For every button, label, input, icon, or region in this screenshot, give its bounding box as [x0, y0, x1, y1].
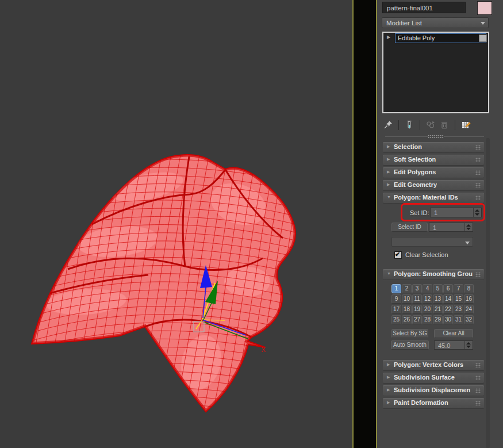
rollout-subdivision-surface[interactable]: Subdivision Surface: [383, 373, 484, 383]
expand-arrow-icon: [387, 157, 390, 162]
smoothing-group-button-12[interactable]: 12: [423, 294, 432, 304]
smoothing-group-button-16[interactable]: 16: [464, 294, 474, 304]
viewport-panel-divider: [352, 0, 377, 448]
gizmo-x-axis-label: X: [262, 346, 266, 353]
viewport[interactable]: X: [0, 0, 352, 448]
pin-stack-icon[interactable]: [383, 120, 393, 130]
smoothing-group-button-25[interactable]: 25: [391, 315, 401, 324]
set-id-label: Set ID:: [410, 209, 429, 216]
rollout-edit-polygons[interactable]: Edit Polygons: [383, 167, 484, 178]
chevron-down-icon: [465, 242, 470, 244]
select-id-spinner[interactable]: 1: [429, 223, 473, 232]
smoothing-group-button-17[interactable]: 17: [391, 305, 401, 314]
smoothing-group-button-6[interactable]: 6: [443, 284, 453, 293]
grip-icon[interactable]: [475, 388, 481, 393]
smoothing-group-button-23[interactable]: 23: [454, 305, 463, 314]
spinner-arrows-icon[interactable]: [464, 341, 473, 349]
smoothing-group-button-5[interactable]: 5: [433, 284, 443, 293]
set-id-highlight-annotation: Set ID: 1: [401, 203, 485, 221]
object-name-field[interactable]: pattern-final001: [382, 2, 466, 13]
spinner-arrows-icon[interactable]: [464, 223, 473, 231]
chevron-down-icon: [481, 22, 485, 25]
smoothing-group-button-8[interactable]: 8: [464, 284, 474, 293]
smoothing-group-button-27[interactable]: 27: [412, 315, 422, 324]
smoothing-group-button-30[interactable]: 30: [443, 315, 453, 324]
material-name-dropdown[interactable]: [391, 237, 473, 247]
command-panel: pattern-final001 Modifier List Editable …: [377, 0, 503, 448]
select-id-value[interactable]: 1: [433, 224, 436, 232]
set-id-value[interactable]: 1: [434, 209, 437, 217]
expand-arrow-icon: [387, 388, 390, 392]
grip-icon[interactable]: [475, 376, 481, 380]
configure-modifier-sets-icon[interactable]: [460, 120, 471, 130]
grip-icon[interactable]: [475, 145, 481, 150]
smoothing-group-button-28[interactable]: 28: [423, 315, 432, 324]
smoothing-group-button-26[interactable]: 26: [402, 315, 412, 324]
expand-arrow-icon[interactable]: [387, 35, 390, 40]
smoothing-group-button-15[interactable]: 15: [454, 294, 463, 304]
smoothing-group-button-10[interactable]: 10: [402, 294, 412, 304]
grip-icon[interactable]: [475, 401, 481, 405]
expand-arrow-icon: [387, 375, 390, 380]
rollout-edit-geometry[interactable]: Edit Geometry: [383, 180, 484, 190]
rollout-soft-selection[interactable]: Soft Selection: [383, 155, 484, 165]
select-id-button[interactable]: Select ID: [391, 223, 428, 232]
rollout-paint-deformation[interactable]: Paint Deformation: [383, 398, 484, 408]
rollout-subdivision-displacement[interactable]: Subdivision Displacemen: [383, 385, 484, 396]
smoothing-group-button-2[interactable]: 2: [402, 284, 412, 293]
rollout-polygon-vertex-colors[interactable]: Polygon: Vertex Colors: [383, 360, 484, 370]
modifier-visibility-icon[interactable]: [479, 35, 487, 42]
modifier-stack[interactable]: Editable Poly: [382, 32, 489, 113]
rollout-polygon-material-ids[interactable]: Polygon: Material IDs: [383, 193, 484, 203]
smoothing-group-button-24[interactable]: 24: [464, 305, 474, 314]
smoothing-group-button-29[interactable]: 29: [433, 315, 443, 324]
auto-smooth-threshold-spinner[interactable]: 45.0: [434, 340, 473, 350]
smoothing-group-button-3[interactable]: 3: [412, 284, 422, 293]
smoothing-group-button-32[interactable]: 32: [464, 315, 474, 324]
rollout-label: Soft Selection: [394, 156, 436, 163]
rollout-selection[interactable]: Selection: [383, 142, 484, 152]
spinner-arrows-icon[interactable]: [473, 208, 481, 217]
make-unique-icon: [425, 120, 436, 130]
auto-smooth-threshold-value[interactable]: 45.0: [438, 342, 450, 350]
smoothing-group-button-7[interactable]: 7: [454, 284, 463, 293]
smoothing-group-button-13[interactable]: 13: [433, 294, 443, 304]
rollout-label: Polygon: Vertex Colors: [394, 361, 463, 368]
auto-smooth-button[interactable]: Auto Smooth: [391, 340, 429, 350]
grip-icon[interactable]: [475, 196, 481, 200]
stack-toolbar: [383, 117, 490, 133]
rollout-polygon-smoothing-groups[interactable]: Polygon: Smoothing Grou: [383, 269, 484, 279]
show-end-result-icon[interactable]: [404, 120, 414, 130]
smoothing-group-button-31[interactable]: 31: [454, 315, 463, 324]
panel-scrollbar[interactable]: [486, 138, 490, 448]
grip-icon[interactable]: [475, 272, 481, 277]
modifier-list-label: Modifier List: [386, 20, 422, 26]
object-color-swatch[interactable]: [477, 1, 492, 15]
toolbar-separator: [398, 120, 399, 130]
grip-icon[interactable]: [475, 363, 481, 367]
modifier-list-dropdown[interactable]: Modifier List: [382, 17, 489, 28]
clear-selection-checkbox[interactable]: [394, 251, 402, 259]
set-id-spinner[interactable]: 1: [430, 208, 482, 217]
clear-all-button[interactable]: Clear All: [434, 329, 473, 338]
expand-arrow-icon: [387, 182, 390, 187]
grip-icon[interactable]: [475, 158, 481, 162]
smoothing-group-button-20[interactable]: 20: [423, 305, 432, 314]
smoothing-group-button-11[interactable]: 11: [412, 294, 422, 304]
smoothing-group-button-21[interactable]: 21: [433, 305, 443, 314]
stack-item-label[interactable]: Editable Poly: [395, 33, 486, 43]
smoothing-group-button-1[interactable]: 1: [391, 284, 401, 293]
stack-item-editable-poly[interactable]: Editable Poly: [383, 33, 488, 43]
smoothing-group-button-4[interactable]: 4: [423, 284, 432, 293]
select-by-sg-button[interactable]: Select By SG: [391, 329, 428, 338]
drag-handle-icon[interactable]: [428, 135, 444, 139]
smoothing-group-button-14[interactable]: 14: [443, 294, 453, 304]
grip-icon[interactable]: [475, 183, 481, 187]
smoothing-group-button-9[interactable]: 9: [391, 294, 401, 304]
smoothing-group-button-19[interactable]: 19: [412, 305, 422, 314]
smoothing-group-button-22[interactable]: 22: [443, 305, 453, 314]
expand-arrow-icon: [387, 362, 390, 367]
smoothing-group-button-18[interactable]: 18: [402, 305, 412, 314]
expand-arrow-icon: [387, 170, 390, 174]
grip-icon[interactable]: [475, 170, 481, 175]
